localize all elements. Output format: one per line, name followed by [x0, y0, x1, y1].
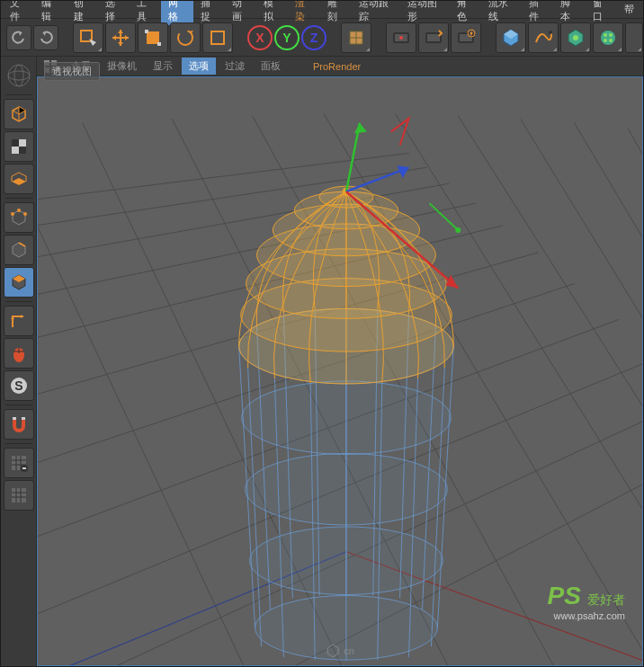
svg-point-22: [609, 39, 613, 42]
edge-mode-button[interactable]: [4, 235, 34, 265]
selection-filter-button[interactable]: [4, 448, 34, 478]
viewport-area: 查看 摄像机 显示 选项 过滤 面板 ProRender: [37, 57, 643, 666]
svg-line-66: [628, 129, 642, 418]
snap-mode-button[interactable]: S: [4, 370, 34, 401]
svg-line-64: [521, 120, 642, 498]
svg-point-19: [604, 33, 607, 37]
menu-character[interactable]: 角色: [450, 0, 481, 25]
menu-edit[interactable]: 编辑: [34, 0, 66, 25]
svg-rect-28: [12, 147, 19, 154]
redo-button[interactable]: [33, 25, 58, 50]
view-menu-camera[interactable]: 摄像机: [100, 58, 144, 75]
mouse-mode-button[interactable]: [4, 338, 34, 369]
view-menu-filter[interactable]: 过滤: [218, 58, 252, 75]
render-settings-button[interactable]: [451, 22, 481, 53]
watermark-brand: PS: [548, 582, 581, 609]
viewport-watermark-logo: cn: [326, 644, 354, 658]
more-tools-button[interactable]: [625, 22, 643, 53]
rotate-tool[interactable]: [170, 22, 201, 53]
viewport-scene: [38, 77, 642, 665]
menu-sculpt[interactable]: 雕刻: [320, 0, 352, 25]
perspective-viewport[interactable]: cn: [37, 76, 643, 666]
menu-motion-track[interactable]: 运动跟踪: [352, 0, 401, 25]
menu-plugins[interactable]: 插件: [522, 0, 553, 25]
axis-y-button[interactable]: Y: [274, 25, 300, 50]
menu-simulate[interactable]: 模拟: [256, 0, 288, 25]
axis-mode-button[interactable]: [4, 306, 34, 336]
menu-help[interactable]: 帮: [617, 1, 641, 18]
last-tool[interactable]: [202, 22, 233, 53]
main-toolbar: X Y Z: [1, 19, 643, 57]
svg-point-23: [8, 65, 30, 86]
axis-z-button[interactable]: Z: [301, 25, 326, 50]
svg-rect-36: [13, 417, 16, 420]
svg-point-31: [23, 212, 27, 216]
svg-rect-26: [12, 139, 19, 147]
left-tool-palette: S: [1, 57, 37, 666]
svg-rect-37: [22, 417, 25, 420]
menu-mesh[interactable]: 网格: [161, 0, 192, 25]
live-select-tool[interactable]: [73, 22, 103, 53]
main-menubar: 文件 编辑 创建 选择 工具 网格 捕捉 动画 模拟 渲染 雕刻 运动跟踪 运动…: [1, 1, 643, 19]
svg-point-17: [573, 35, 578, 40]
menu-file[interactable]: 文件: [3, 0, 34, 25]
undo-button[interactable]: [6, 25, 31, 50]
svg-rect-29: [19, 147, 26, 154]
svg-rect-11: [427, 34, 440, 41]
viewport-solo-button[interactable]: [4, 480, 34, 511]
menu-animate[interactable]: 动画: [225, 0, 256, 25]
menu-render[interactable]: 渲染: [288, 0, 319, 25]
svg-rect-5: [211, 31, 224, 44]
menu-window[interactable]: 窗口: [586, 0, 617, 25]
menu-create[interactable]: 创建: [67, 0, 98, 25]
menu-pipeline[interactable]: 流水线: [481, 0, 522, 25]
view-menu-prorender[interactable]: ProRender: [306, 59, 368, 74]
svg-line-99: [346, 167, 409, 191]
view-menu-options[interactable]: 选项: [182, 58, 216, 75]
menu-script[interactable]: 脚本: [553, 0, 585, 25]
svg-rect-27: [19, 139, 26, 147]
site-watermark: PS 爱好者 www.psahz.com: [548, 582, 625, 621]
svg-rect-1: [147, 31, 159, 44]
coord-system-button[interactable]: [341, 22, 371, 53]
axis-x-button[interactable]: X: [247, 25, 273, 50]
palette-globe-icon[interactable]: [4, 60, 34, 91]
svg-point-20: [609, 33, 613, 37]
workplane-button[interactable]: [4, 164, 34, 194]
menu-snap[interactable]: 捕捉: [193, 0, 225, 25]
svg-line-57: [38, 132, 262, 665]
svg-point-25: [14, 65, 23, 86]
svg-text:S: S: [14, 378, 22, 393]
menu-tools[interactable]: 工具: [130, 0, 161, 25]
point-mode-button[interactable]: [4, 202, 34, 233]
polygon-mode-button[interactable]: [4, 267, 34, 298]
render-region-button[interactable]: [418, 22, 449, 53]
primitive-button[interactable]: [496, 22, 526, 53]
scale-tool[interactable]: [138, 22, 168, 53]
menu-select[interactable]: 选择: [98, 0, 130, 25]
render-view-button[interactable]: [386, 22, 416, 53]
svg-point-32: [11, 212, 14, 216]
magnet-button[interactable]: [4, 409, 34, 440]
menu-mograph[interactable]: 运动图形: [400, 0, 450, 25]
svg-line-98: [346, 123, 360, 192]
viewport-menubar: 查看 摄像机 显示 选项 过滤 面板 ProRender: [37, 57, 643, 76]
svg-point-4: [178, 31, 192, 45]
svg-point-16: [549, 31, 552, 34]
svg-point-15: [470, 31, 473, 34]
view-menu-display[interactable]: 显示: [146, 58, 180, 75]
svg-point-21: [604, 39, 607, 42]
svg-rect-2: [145, 30, 148, 33]
texture-mode-button[interactable]: [4, 131, 34, 162]
spline-button[interactable]: [528, 22, 559, 53]
watermark-url: www.psahz.com: [548, 610, 625, 621]
svg-point-102: [455, 227, 461, 233]
svg-point-9: [399, 36, 403, 40]
model-mode-button[interactable]: [4, 99, 34, 129]
move-tool[interactable]: [105, 22, 136, 53]
svg-rect-41: [12, 488, 26, 502]
svg-line-65: [574, 123, 642, 454]
deformer-button[interactable]: [593, 22, 623, 53]
view-menu-panel[interactable]: 面板: [254, 58, 288, 75]
generator-button[interactable]: [560, 22, 591, 53]
